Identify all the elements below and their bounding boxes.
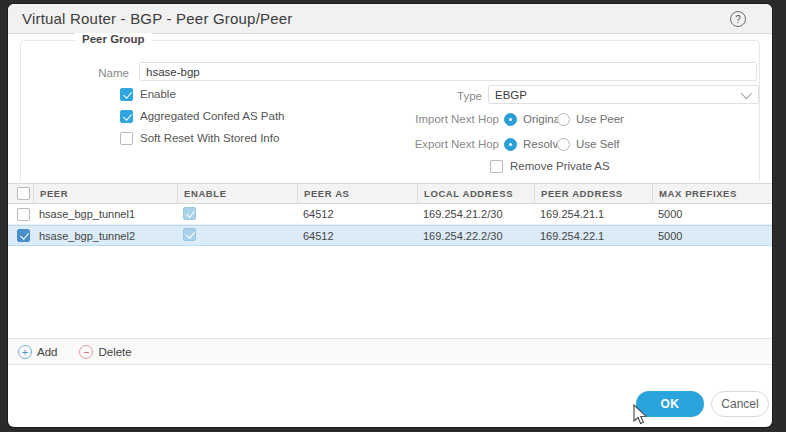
- col-header-enable[interactable]: ENABLE: [177, 184, 297, 203]
- cell-local-address: 169.254.22.2/30: [417, 230, 534, 242]
- peer-table: PEER ENABLE PEER AS LOCAL ADDRESS PEER A…: [8, 183, 772, 246]
- cell-peer-address: 169.254.21.1: [534, 208, 652, 220]
- col-header-peer-as[interactable]: PEER AS: [297, 184, 417, 203]
- col-header-peer[interactable]: PEER: [33, 184, 177, 203]
- col-header-local-address[interactable]: LOCAL ADDRESS: [417, 184, 534, 203]
- cell-peer-address: 169.254.22.1: [534, 230, 652, 242]
- help-icon-glyph: ?: [735, 14, 741, 25]
- cell-peer-as: 64512: [297, 208, 417, 220]
- help-icon[interactable]: ?: [730, 11, 746, 27]
- row-enable-checkbox: [183, 207, 196, 220]
- import-original-radio[interactable]: [504, 113, 517, 126]
- chevron-down-icon: [741, 87, 752, 98]
- name-input[interactable]: [139, 62, 757, 81]
- delete-button[interactable]: − Delete: [79, 345, 131, 359]
- enable-checkbox[interactable]: [120, 88, 133, 101]
- export-next-hop-label: Export Next Hop: [415, 138, 499, 150]
- add-button[interactable]: + Add: [18, 345, 57, 359]
- bgp-peer-group-dialog: Virtual Router - BGP - Peer Group/Peer ?…: [8, 4, 772, 427]
- col-header-max-prefixes[interactable]: MAX PREFIXES: [652, 184, 772, 203]
- add-icon: +: [18, 345, 32, 359]
- remove-private-as-label: Remove Private AS: [510, 160, 610, 172]
- export-resolve-radio[interactable]: [504, 138, 517, 151]
- row-enable-checkbox: [183, 228, 196, 241]
- cell-local-address: 169.254.21.2/30: [417, 208, 534, 220]
- type-label: Type: [457, 90, 482, 102]
- type-dropdown[interactable]: EBGP: [488, 85, 759, 104]
- dialog-titlebar: Virtual Router - BGP - Peer Group/Peer: [8, 4, 772, 34]
- remove-private-as-checkbox[interactable]: [490, 160, 503, 173]
- peer-group-legend: Peer Group: [75, 33, 152, 45]
- table-row[interactable]: hsase_bgp_tunnel2 64512 169.254.22.2/30 …: [8, 225, 772, 246]
- import-use-peer-label: Use Peer: [576, 113, 624, 125]
- peer-table-header: PEER ENABLE PEER AS LOCAL ADDRESS PEER A…: [8, 183, 772, 204]
- aggregated-confed-as-path-label: Aggregated Confed AS Path: [140, 110, 285, 122]
- export-use-self-label: Use Self: [576, 138, 619, 150]
- cancel-button-label: Cancel: [721, 397, 758, 411]
- add-button-label: Add: [37, 346, 57, 358]
- cell-peer-as: 64512: [297, 230, 417, 242]
- ok-button-label: OK: [661, 397, 680, 411]
- soft-reset-checkbox[interactable]: [120, 132, 133, 145]
- import-use-peer-radio[interactable]: [557, 113, 570, 126]
- col-header-peer-address[interactable]: PEER ADDRESS: [534, 184, 652, 203]
- table-row[interactable]: hsase_bgp_tunnel1 64512 169.254.21.2/30 …: [8, 204, 772, 225]
- ok-button[interactable]: OK: [636, 391, 704, 417]
- dialog-title: Virtual Router - BGP - Peer Group/Peer: [22, 10, 293, 27]
- row-select-checkbox[interactable]: [17, 229, 30, 242]
- soft-reset-label: Soft Reset With Stored Info: [140, 132, 279, 144]
- export-use-self-radio[interactable]: [557, 138, 570, 151]
- select-all-checkbox[interactable]: [17, 187, 30, 200]
- table-toolbar: + Add − Delete: [8, 338, 772, 365]
- cell-peer[interactable]: hsase_bgp_tunnel2: [33, 230, 177, 242]
- cancel-button[interactable]: Cancel: [711, 391, 769, 417]
- name-label: Name: [98, 67, 129, 79]
- peer-group-fieldset: Peer Group Name Enable Aggregated Confed…: [20, 40, 760, 181]
- row-select-checkbox[interactable]: [17, 208, 30, 221]
- aggregated-confed-as-path-checkbox[interactable]: [120, 110, 133, 123]
- cell-peer[interactable]: hsase_bgp_tunnel1: [33, 208, 177, 220]
- cell-max-prefixes: 5000: [652, 208, 772, 220]
- cell-max-prefixes: 5000: [652, 230, 772, 242]
- delete-icon: −: [79, 345, 93, 359]
- type-dropdown-value: EBGP: [495, 89, 741, 101]
- import-next-hop-label: Import Next Hop: [415, 113, 499, 125]
- enable-label: Enable: [140, 88, 176, 100]
- delete-button-label: Delete: [98, 346, 131, 358]
